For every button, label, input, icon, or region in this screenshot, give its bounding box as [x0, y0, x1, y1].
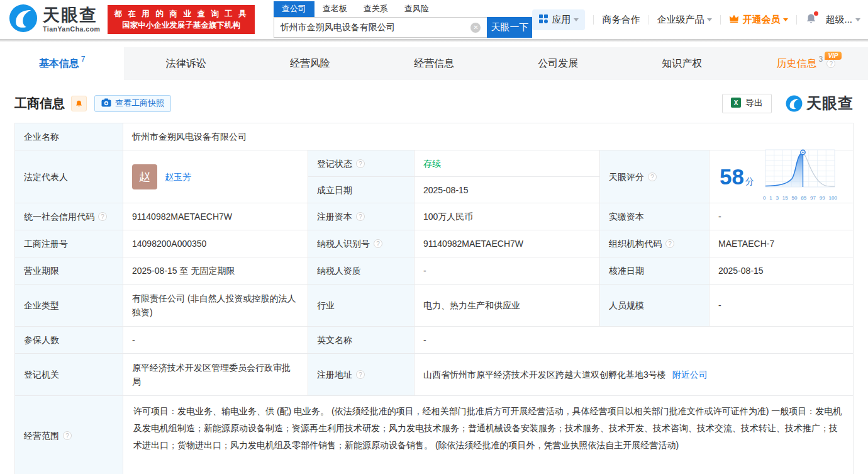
tab-label: 公司发展	[538, 57, 578, 71]
nav-apps[interactable]: 应用	[532, 9, 585, 30]
tab-intellectual-property[interactable]: 知识产权	[620, 47, 744, 80]
nav-apps-label: 应用	[552, 14, 570, 26]
help-icon[interactable]	[356, 159, 365, 168]
tab-business-info[interactable]: 经营信息	[372, 47, 496, 80]
nav-enterprise-products[interactable]: 企业级产品	[657, 14, 712, 26]
tab-count: 3	[819, 55, 823, 64]
reg-address-cell: 山西省忻州市原平经济技术开发区跨越大道双创孵化基地3号楼 附近公司	[415, 354, 853, 396]
nav-user-label: 超级...	[825, 14, 852, 26]
chevron-down-icon	[707, 18, 712, 21]
reg-capital-value: 100万人民币	[415, 203, 600, 230]
company-tabbar: 基本信息 7 法律诉讼 经营风险 经营信息 公司发展 知识产权 VIP 历史信息…	[0, 47, 868, 80]
company-type-value: 有限责任公司 (非自然人投资或控股的法人独资)	[123, 285, 308, 327]
help-icon[interactable]	[98, 212, 107, 221]
search-tab-boss[interactable]: 查老板	[314, 1, 355, 17]
notification-bell-icon[interactable]	[805, 13, 817, 26]
field-label: 天眼评分	[600, 150, 709, 203]
taxpayer-id-value: 91140982MAETAECH7W	[415, 230, 600, 257]
apps-grid-icon	[538, 14, 548, 26]
brand-name: 天眼查	[43, 7, 100, 24]
field-label: 注册资本	[308, 203, 415, 230]
field-label-text: 统一社会信用代码	[24, 210, 94, 223]
watermark-text: 天眼查	[806, 93, 854, 113]
export-button[interactable]: X 导出	[722, 94, 772, 113]
clear-search-icon[interactable]	[470, 23, 481, 33]
field-label: 实缴资本	[600, 203, 709, 230]
nav-vip-label: 开通会员	[742, 14, 780, 26]
avatar[interactable]: 赵	[132, 164, 157, 189]
help-icon[interactable]	[374, 239, 382, 248]
divider	[796, 15, 797, 25]
field-label: 纳税人识别号	[308, 230, 415, 257]
field-label: 登记机关	[15, 354, 123, 396]
est-date-value: 2025-08-15	[415, 177, 600, 203]
section-header: 工商信息 查看工商快照 X 导出 天眼查	[0, 80, 868, 123]
header-nav: 应用 商务合作 企业级产品 开通会员 超级...	[532, 9, 860, 30]
field-label: 经营范围	[15, 396, 123, 474]
field-label: 注册地址	[308, 354, 415, 396]
chevron-down-icon	[855, 18, 860, 21]
search-tab-company[interactable]: 查公司	[274, 1, 314, 17]
tab-basic-info[interactable]: 基本信息 7	[0, 47, 124, 80]
search-tabs: 查公司 查老板 查关系 查风险	[274, 1, 533, 17]
field-label: 行业	[308, 285, 415, 327]
tab-label: 知识产权	[662, 57, 702, 71]
brand-domain: TianYanCha.com	[43, 26, 100, 33]
subscribe-bell-button[interactable]	[71, 96, 87, 111]
business-scope-value: 许可项目：发电业务、输电业务、供 (配) 电业务。 (依法须经批准的项目，经相关…	[123, 396, 853, 474]
tab-label: 基本信息	[39, 57, 79, 71]
export-button-label: 导出	[745, 98, 763, 109]
tianyancha-logo[interactable]: 天眼查 TianYanCha.com	[9, 4, 100, 35]
reg-authority-value: 原平经济技术开发区管理委员会行政审批局	[123, 354, 308, 396]
field-label-text: 组织机构代码	[609, 237, 662, 251]
field-label-text: 经营范围	[24, 429, 59, 443]
tab-operational-risk[interactable]: 经营风险	[248, 47, 372, 80]
field-label-text: 注册地址	[317, 368, 352, 381]
search-button[interactable]: 天眼一下	[487, 17, 532, 38]
field-label-text: 登记状态	[317, 157, 352, 171]
help-icon[interactable]	[826, 59, 835, 68]
snapshot-button[interactable]: 查看工商快照	[94, 95, 171, 112]
reg-address-value: 山西省忻州市原平经济技术开发区跨越大道双创孵化基地3号楼	[423, 368, 666, 381]
chevron-down-icon	[783, 18, 788, 21]
nearby-companies-link[interactable]: 附近公司	[672, 368, 708, 381]
help-icon[interactable]	[356, 212, 365, 221]
field-label: 企业类型	[15, 285, 123, 327]
help-icon[interactable]	[665, 239, 674, 248]
promo-banner-line2: 国家中小企业发展子基金旗下机构	[114, 20, 248, 31]
field-label: 英文名称	[308, 327, 415, 354]
nav-user-account[interactable]: 超级...	[825, 14, 860, 26]
tab-company-development[interactable]: 公司发展	[496, 47, 620, 80]
search-tab-relation[interactable]: 查关系	[355, 1, 396, 17]
divider	[593, 15, 594, 25]
search-input-value: 忻州市金朔风电设备有限公司	[281, 22, 471, 33]
nav-open-vip[interactable]: 开通会员	[729, 14, 788, 26]
field-label-text: 纳税人识别号	[317, 237, 370, 251]
reg-no-value: 14098200A000350	[123, 230, 308, 257]
help-icon[interactable]	[356, 370, 365, 379]
search-area: 查公司 查老板 查关系 查风险 忻州市金朔风电设备有限公司 天眼一下	[274, 1, 533, 38]
field-label: 纳税人资质	[308, 257, 415, 285]
search-input[interactable]: 忻州市金朔风电设备有限公司	[274, 17, 487, 38]
promo-banner[interactable]: 都 在 用 的 商 业 查 询 工 具 国家中小企业发展子基金旗下机构	[108, 5, 254, 34]
promo-banner-line1: 都 在 用 的 商 业 查 询 工 具	[114, 8, 248, 20]
english-name-value: -	[415, 327, 853, 354]
field-label: 法定代表人	[15, 150, 123, 203]
tab-history-info[interactable]: VIP 历史信息 3	[744, 47, 868, 80]
help-icon[interactable]	[648, 172, 657, 181]
approval-date-value: 2025-08-15	[709, 257, 853, 285]
tianyancha-logo-icon	[9, 4, 38, 35]
legal-rep-link[interactable]: 赵玉芳	[165, 170, 191, 184]
tab-legal-litigation[interactable]: 法律诉讼	[124, 47, 248, 80]
field-label: 人员规模	[600, 285, 709, 327]
svg-text:X: X	[734, 99, 738, 106]
score-cell: 58分	[709, 150, 853, 203]
field-label-text: 注册资本	[317, 210, 352, 223]
nav-business-cooperation[interactable]: 商务合作	[602, 14, 640, 26]
field-label: 登记状态	[308, 150, 415, 177]
tab-label: 经营信息	[414, 57, 454, 71]
search-tab-risk[interactable]: 查风险	[396, 1, 437, 17]
tab-count: 7	[81, 55, 86, 64]
tab-label: 经营风险	[290, 57, 330, 71]
help-icon[interactable]	[63, 431, 72, 440]
